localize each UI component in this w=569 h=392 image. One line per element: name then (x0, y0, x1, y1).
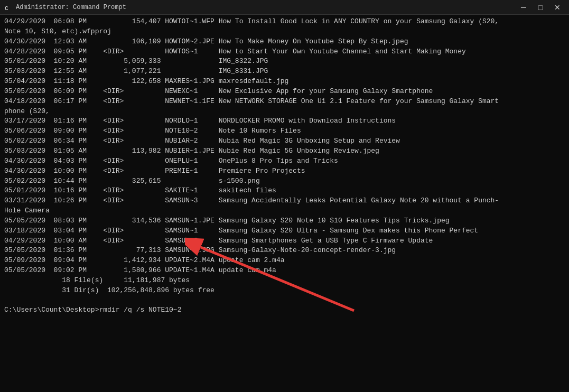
close-button[interactable]: ✕ (550, 2, 565, 13)
title-bar-left: C Administrator: Command Prompt (4, 3, 126, 12)
cmd-icon: C (4, 3, 13, 12)
title-bar-controls: ─ □ ✕ (516, 2, 565, 13)
title-bar-title: Administrator: Command Prompt (16, 4, 126, 11)
terminal-content[interactable]: 04/29/2020 06:08 PM 154,407 HOWTOI~1.WFP… (0, 15, 569, 392)
title-bar: C Administrator: Command Prompt ─ □ ✕ (0, 0, 569, 15)
maximize-button[interactable]: □ (533, 2, 548, 13)
minimize-button[interactable]: ─ (516, 2, 531, 13)
svg-text:C: C (5, 5, 8, 12)
